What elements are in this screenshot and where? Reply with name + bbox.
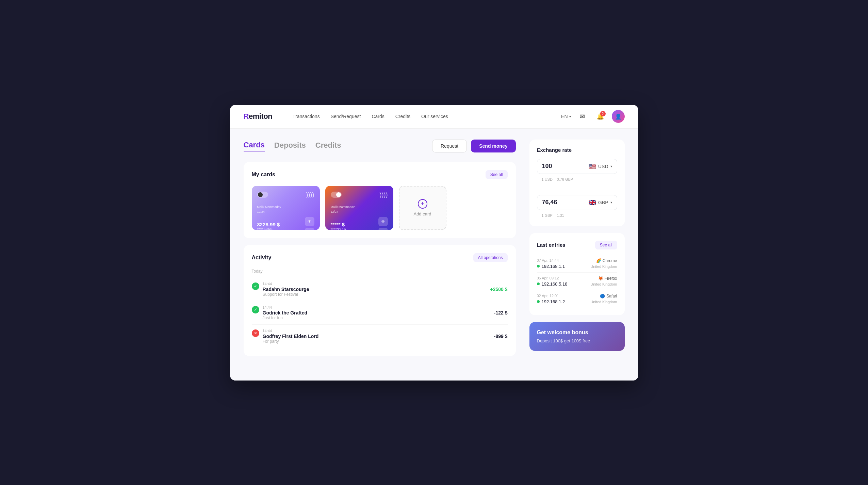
from-currency-chevron-icon: ▾ bbox=[610, 164, 612, 168]
my-cards-section: My cards See all )))) Malik Mammado bbox=[244, 162, 516, 238]
entry-item-3: 02 Apr, 12:01 192.168.1.2 🔵 Safari Unite… bbox=[537, 290, 617, 308]
tab-cards[interactable]: Cards bbox=[244, 141, 265, 151]
activity-header: Activity All operations bbox=[252, 253, 508, 262]
all-operations-button[interactable]: All operations bbox=[473, 253, 508, 262]
card-1-wifi-icon: )))) bbox=[306, 191, 314, 198]
safari-icon: 🔵 bbox=[600, 294, 605, 298]
mail-button[interactable]: ✉ bbox=[576, 110, 589, 123]
entry-1-status-dot bbox=[537, 265, 540, 268]
entry-3-status-dot bbox=[537, 300, 540, 303]
tab-credits[interactable]: Credits bbox=[315, 141, 341, 151]
exchange-rate-widget: Exchange rate 100 🇺🇸 USD ▾ 1 USD = 0.76 … bbox=[529, 140, 625, 226]
card-2-name: Malik Mammadov bbox=[331, 205, 388, 209]
send-money-button[interactable]: Send money bbox=[471, 140, 515, 152]
entry-1-browser: 🌈 Chrome bbox=[590, 258, 617, 263]
chrome-icon: 🌈 bbox=[596, 258, 601, 263]
entry-3-browser: 🔵 Safari bbox=[590, 294, 617, 298]
today-label: Today bbox=[252, 269, 508, 274]
entry-3-ip: 192.168.1.2 bbox=[542, 299, 565, 304]
entry-3-country: United Kingdom bbox=[590, 300, 617, 304]
activity-item-1-name: Radahn Starscourge bbox=[263, 287, 309, 292]
card-1-toggle[interactable] bbox=[257, 192, 268, 198]
nav-send-request[interactable]: Send/Request bbox=[331, 112, 361, 120]
exchange-to-row[interactable]: 76,46 🇬🇧 GBP ▾ bbox=[537, 195, 617, 210]
to-currency-select[interactable]: 🇬🇧 GBP ▾ bbox=[589, 199, 612, 206]
card-2-eye-icon[interactable]: 👁 bbox=[378, 217, 388, 226]
bonus-text: Deposit 100$ get 100$ free bbox=[537, 338, 617, 343]
my-cards-title: My cards bbox=[252, 172, 275, 178]
nav-our-services[interactable]: Our services bbox=[421, 112, 448, 120]
bonus-card[interactable]: Get welcome bonus Deposit 100$ get 100$ … bbox=[529, 322, 625, 351]
entry-3-datetime: 02 Apr, 12:01 bbox=[537, 294, 565, 298]
card-1-copy-icon[interactable]: ⧉ bbox=[305, 228, 314, 230]
bonus-title: Get welcome bonus bbox=[537, 329, 617, 336]
activity-item-3-time: 14:44 bbox=[263, 329, 319, 333]
entry-2-ip: 192.168.5.18 bbox=[542, 281, 568, 287]
activity-item-2: ✓ 14:44 Godrick the Grafted Just for fun… bbox=[252, 301, 508, 325]
exchange-rate-text-from: 1 USD = 0.76 GBP bbox=[537, 176, 617, 183]
card-1-eye-icon[interactable]: 👁 bbox=[305, 217, 314, 226]
exchange-from-row[interactable]: 100 🇺🇸 USD ▾ bbox=[537, 159, 617, 174]
activity-item-3-name: Godfrey First Elden Lord bbox=[263, 334, 319, 339]
exchange-from-value: 100 bbox=[542, 163, 552, 170]
activity-section: Activity All operations Today ✓ 14:44 Ra… bbox=[244, 245, 516, 356]
activity-item-2-name: Godrick the Grafted bbox=[263, 310, 307, 316]
last-entries-title: Last entries bbox=[537, 242, 566, 248]
activity-item-1-success-icon: ✓ bbox=[252, 282, 259, 290]
activity-item-3-desc: For party bbox=[263, 339, 319, 344]
exchange-divider bbox=[537, 185, 617, 193]
card-2-toggle[interactable] bbox=[331, 192, 342, 198]
activity-item-1-left: ✓ 14:44 Radahn Starscourge Support for F… bbox=[252, 282, 309, 297]
activity-item-2-success-icon: ✓ bbox=[252, 306, 259, 313]
activity-item-2-time: 14:44 bbox=[263, 305, 307, 309]
exchange-to-value: 76,46 bbox=[542, 199, 557, 206]
activity-item-2-left: ✓ 14:44 Godrick the Grafted Just for fun bbox=[252, 305, 307, 320]
card-2-number: ****3245 bbox=[331, 227, 346, 230]
page-tabs: Cards Deposits Credits Request Send mone… bbox=[244, 140, 516, 152]
my-cards-header: My cards See all bbox=[252, 170, 508, 179]
add-card-label: Add card bbox=[413, 211, 431, 216]
lang-selector[interactable]: EN ▾ bbox=[561, 114, 571, 119]
from-currency-select[interactable]: 🇺🇸 USD ▾ bbox=[589, 163, 612, 170]
usd-flag-icon: 🇺🇸 bbox=[589, 163, 596, 170]
card-1[interactable]: )))) Malik Mammadov 12/24 3228.99 $ ****… bbox=[252, 186, 320, 230]
notifications-button[interactable]: 🔔 2 bbox=[594, 110, 606, 123]
request-button[interactable]: Request bbox=[432, 140, 467, 152]
card-1-amount: 3228.99 $ bbox=[257, 222, 280, 227]
from-currency-label: USD bbox=[598, 164, 608, 169]
card-1-expiry: 12/24 bbox=[257, 210, 314, 213]
activity-item-1-time: 14:44 bbox=[263, 282, 309, 286]
card-2-copy-icon[interactable]: ⧉ bbox=[378, 228, 388, 230]
nav-cards[interactable]: Cards bbox=[372, 112, 384, 120]
notification-badge: 2 bbox=[600, 111, 606, 116]
entry-2-datetime: 05 Apr, 09:12 bbox=[537, 276, 568, 280]
last-entries-header: Last entries See all bbox=[537, 241, 617, 249]
tab-group: Cards Deposits Credits bbox=[244, 141, 341, 151]
avatar-image: 👤 bbox=[615, 113, 622, 120]
nav-transactions[interactable]: Transactions bbox=[293, 112, 320, 120]
nav-credits[interactable]: Credits bbox=[395, 112, 410, 120]
card-2[interactable]: )))) Malik Mammadov 12/24 ***** $ ****32… bbox=[325, 186, 393, 230]
logo[interactable]: Remiton bbox=[244, 112, 273, 121]
entry-1-ip: 192.168.1.1 bbox=[542, 264, 565, 269]
entry-2-browser: 🦊 Firefox bbox=[590, 276, 617, 281]
tab-deposits[interactable]: Deposits bbox=[274, 141, 306, 151]
activity-item-3-error-icon: ✕ bbox=[252, 329, 259, 337]
page-actions: Request Send money bbox=[432, 140, 515, 152]
entry-2-status-dot bbox=[537, 282, 540, 285]
activity-item-3: ✕ 14:44 Godfrey First Elden Lord For par… bbox=[252, 325, 508, 348]
activity-item-1-amount: +2500 $ bbox=[490, 287, 508, 292]
entry-1-country: United Kingdom bbox=[590, 264, 617, 269]
cards-see-all-button[interactable]: See all bbox=[486, 170, 508, 179]
last-entries-see-all-button[interactable]: See all bbox=[595, 241, 617, 249]
sidebar: Exchange rate 100 🇺🇸 USD ▾ 1 USD = 0.76 … bbox=[529, 140, 625, 370]
activity-title: Activity bbox=[252, 255, 272, 261]
to-currency-chevron-icon: ▾ bbox=[610, 200, 612, 204]
avatar[interactable]: 👤 bbox=[612, 110, 625, 123]
nav-actions: EN ▾ ✉ 🔔 2 👤 bbox=[561, 110, 624, 123]
add-card-button[interactable]: + Add card bbox=[399, 186, 446, 230]
card-2-wifi-icon: )))) bbox=[380, 191, 388, 198]
last-entries-widget: Last entries See all 07 Apr, 14:44 192.1… bbox=[529, 233, 625, 315]
cards-row: )))) Malik Mammadov 12/24 3228.99 $ ****… bbox=[252, 186, 508, 230]
card-1-number: ****5455 bbox=[257, 227, 280, 230]
